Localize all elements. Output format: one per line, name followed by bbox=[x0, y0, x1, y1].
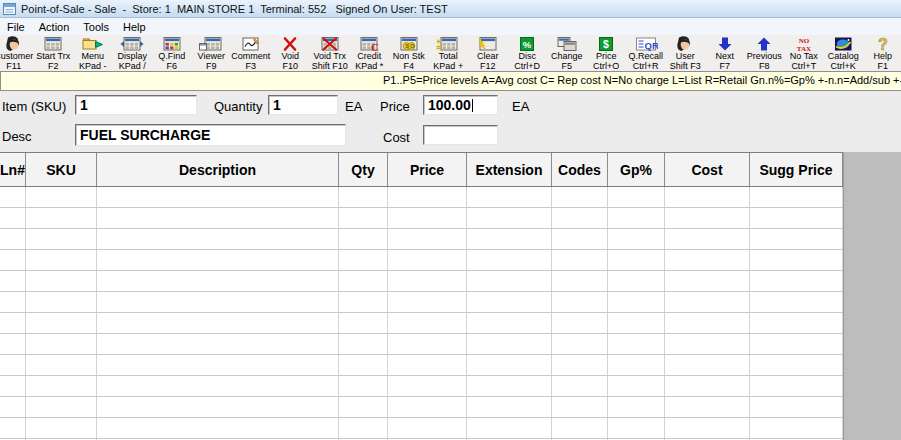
viewer-icon bbox=[199, 36, 223, 52]
toolbar-button-shortcut: Ctrl+T bbox=[791, 62, 816, 72]
toolbar-button-disc[interactable]: %DiscCtrl+D bbox=[508, 35, 548, 71]
table-row[interactable] bbox=[0, 187, 843, 208]
table-cell bbox=[608, 397, 665, 417]
table-row[interactable] bbox=[0, 418, 843, 439]
column-header-codes: Codes bbox=[552, 153, 608, 186]
table-cell bbox=[26, 208, 97, 228]
toolbar-button-next[interactable]: NextF7 bbox=[705, 35, 745, 71]
table-row[interactable] bbox=[0, 376, 843, 397]
table-cell bbox=[467, 208, 552, 228]
toolbar-button-void-trx[interactable]: Void TrxShift F10 bbox=[310, 35, 350, 71]
grid-side-panel bbox=[843, 152, 901, 440]
cost-field[interactable] bbox=[423, 125, 498, 145]
table-cell bbox=[467, 355, 552, 375]
toolbar-button-non-stk[interactable]: SONon StkF4 bbox=[389, 35, 429, 71]
toolbar-button-customer[interactable]: CustomerF11 bbox=[0, 35, 34, 71]
table-cell bbox=[750, 418, 843, 438]
table-cell bbox=[339, 397, 388, 417]
table-cell bbox=[608, 313, 665, 333]
non-stock-icon: SO bbox=[397, 36, 421, 52]
table-cell bbox=[26, 271, 97, 291]
table-cell bbox=[26, 250, 97, 270]
table-row[interactable] bbox=[0, 355, 843, 376]
next-arrow-icon bbox=[713, 36, 737, 52]
table-cell bbox=[0, 271, 26, 291]
table-cell bbox=[388, 355, 467, 375]
table-row[interactable] bbox=[0, 208, 843, 229]
table-cell bbox=[0, 376, 26, 396]
toolbar-button-shortcut: F9 bbox=[206, 62, 217, 72]
table-cell bbox=[467, 250, 552, 270]
column-header-sku: SKU bbox=[26, 153, 97, 186]
desc-label: Desc bbox=[2, 129, 32, 144]
table-row[interactable] bbox=[0, 229, 843, 250]
quantity-field[interactable]: 1 bbox=[268, 95, 338, 115]
toolbar-button-previous[interactable]: PreviousF8 bbox=[745, 35, 785, 71]
table-row[interactable] bbox=[0, 250, 843, 271]
toolbar-button-comment[interactable]: CommentF3 bbox=[231, 35, 271, 71]
toolbar-button-menu[interactable]: MenuKPad - bbox=[73, 35, 113, 71]
toolbar-button-no-tax[interactable]: NOTAXNo TaxCtrl+T bbox=[784, 35, 824, 71]
quick-find-icon bbox=[160, 36, 184, 52]
table-cell bbox=[552, 376, 608, 396]
table-cell bbox=[608, 292, 665, 312]
toolbar-button-credit[interactable]: CCreditKPad * bbox=[350, 35, 390, 71]
toolbar-button-display[interactable]: DisplayKPad / bbox=[113, 35, 153, 71]
table-cell bbox=[388, 397, 467, 417]
table-cell bbox=[26, 376, 97, 396]
no-tax-icon: NOTAX bbox=[792, 36, 816, 52]
column-header-price: Price bbox=[388, 153, 467, 186]
table-cell bbox=[97, 229, 339, 249]
menu-item-tools[interactable]: Tools bbox=[76, 20, 116, 34]
toolbar-button-user[interactable]: UserShift F3 bbox=[666, 35, 706, 71]
toolbar-button-void[interactable]: VoidF10 bbox=[271, 35, 311, 71]
table-row[interactable] bbox=[0, 397, 843, 418]
catalog-icon bbox=[831, 36, 855, 52]
toolbar-button-shortcut: F2 bbox=[48, 62, 59, 72]
toolbar-button-clear[interactable]: ClearF12 bbox=[468, 35, 508, 71]
item-sku-value: 1 bbox=[80, 97, 88, 113]
toolbar-button-total[interactable]: TotalKPad + bbox=[429, 35, 469, 71]
table-cell bbox=[339, 334, 388, 354]
previous-arrow-icon bbox=[752, 36, 776, 52]
toolbar-button-catalog[interactable]: CatalogCtrl+K bbox=[824, 35, 864, 71]
table-cell bbox=[26, 187, 97, 207]
toolbar-button-change[interactable]: ChangeF5 bbox=[547, 35, 587, 71]
table-cell bbox=[467, 376, 552, 396]
pos-window: Point-of-Sale - Sale - Store: 1 MAIN STO… bbox=[0, 0, 901, 440]
item-sku-field[interactable]: 1 bbox=[75, 95, 197, 115]
toolbar-button-price[interactable]: $PriceCtrl+O bbox=[587, 35, 627, 71]
toolbar-button-viewer[interactable]: ViewerF9 bbox=[192, 35, 232, 71]
table-cell bbox=[552, 250, 608, 270]
menu-item-help[interactable]: Help bbox=[116, 20, 153, 34]
menu-item-file[interactable]: File bbox=[0, 20, 32, 34]
desc-field[interactable]: FUEL SURCHARGE bbox=[75, 124, 346, 146]
table-row[interactable] bbox=[0, 271, 843, 292]
toolbar-button-qfind[interactable]: Q.FindF6 bbox=[152, 35, 192, 71]
table-cell bbox=[665, 229, 750, 249]
table-cell bbox=[467, 418, 552, 438]
table-row[interactable] bbox=[0, 292, 843, 313]
toolbar-button-start-trx[interactable]: Start TrxF2 bbox=[34, 35, 74, 71]
toolbar-button-shortcut: F10 bbox=[282, 62, 298, 72]
toolbar-button-shortcut: Ctrl+O bbox=[593, 62, 619, 72]
menu-item-action[interactable]: Action bbox=[32, 20, 77, 34]
price-field[interactable]: 100.00 bbox=[423, 95, 498, 115]
table-cell bbox=[388, 271, 467, 291]
table-cell bbox=[97, 250, 339, 270]
table-row[interactable] bbox=[0, 334, 843, 355]
table-cell bbox=[339, 271, 388, 291]
table-row[interactable] bbox=[0, 313, 843, 334]
table-cell bbox=[608, 208, 665, 228]
table-cell bbox=[608, 334, 665, 354]
toolbar-button-shortcut: KPad * bbox=[355, 62, 383, 72]
toolbar-button-qrecall[interactable]: QRQ.RecallCtrl+R bbox=[626, 35, 666, 71]
table-cell bbox=[750, 376, 843, 396]
table-cell bbox=[552, 292, 608, 312]
svg-text:$: $ bbox=[603, 38, 609, 50]
toolbar-button-help[interactable]: ?HelpF1 bbox=[863, 35, 901, 71]
table-cell bbox=[0, 313, 26, 333]
table-cell bbox=[467, 313, 552, 333]
window-title: Point-of-Sale - Sale - Store: 1 MAIN STO… bbox=[21, 3, 448, 15]
table-cell bbox=[339, 376, 388, 396]
